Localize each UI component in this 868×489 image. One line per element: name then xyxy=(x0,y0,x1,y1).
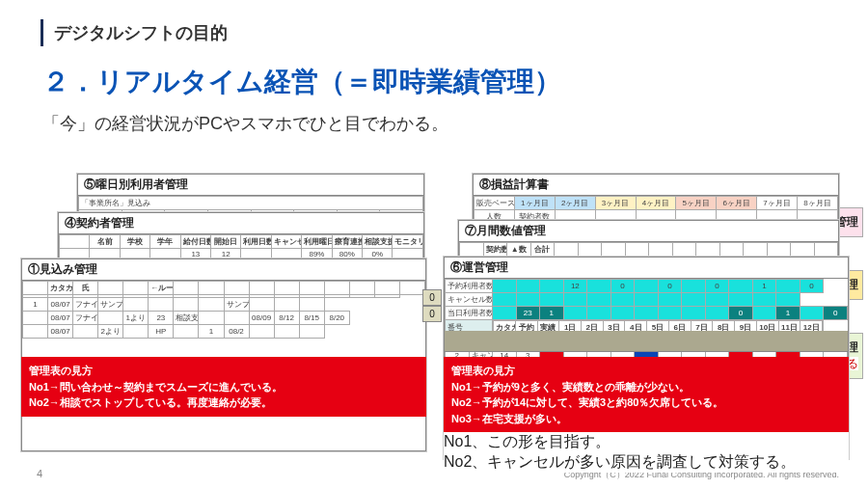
subtitle: 「今」の経営状況がPCやスマホでひと目でわかる。 xyxy=(42,112,448,135)
panel-1-title: ①見込み管理 xyxy=(22,259,425,281)
panel-5-title: ⑤曜日別利用者管理 xyxy=(78,175,423,196)
section-title: デジタルシフトの目的 xyxy=(54,21,228,44)
panel-8-title: ⑧損益計算書 xyxy=(474,175,838,196)
panel-8-soneki: ⑧損益計算書 販売ベース1ヶ月目2ヶ月目3ヶ月目4ヶ月目5ヶ月目6ヶ月目7ヶ月目… xyxy=(473,174,839,222)
red-note-right: 管理表の見方 No1→予約が9と多く、実績数との乖離が少ない。 No2→予約が1… xyxy=(444,357,849,432)
page-number: 4 xyxy=(37,468,42,479)
p4-table: 名前学校学年給付日数※開始日利用日数(予定)キャンセル率利用曜日療育連携医師所相… xyxy=(59,234,423,260)
p1-table: カタカナ氏←ルート：GHP、リアル、紹介他後、 108/07フナイタロウサンプ小… xyxy=(22,281,425,339)
zero-indicator: 00 xyxy=(422,289,442,322)
red-note-right-wrap: 管理表の見方 No1→予約が9と多く、実績数との乖離が少ない。 No2→予約が1… xyxy=(444,357,849,473)
panel-1-mikomi: ①見込み管理 カタカナ氏←ルート：GHP、リアル、紹介他後、 108/07フナイ… xyxy=(21,258,426,451)
section-bar xyxy=(41,19,43,46)
panel-6-title: ⑥運営管理 xyxy=(445,258,848,279)
red-note-left: 管理表の見方 No1→問い合わせ～契約までスムーズに進んでいる。 No2→相談で… xyxy=(21,357,426,417)
p6-notes: No1、この形を目指す。 No2、キャンセルが多い原因を調査して対策する。 xyxy=(444,432,849,473)
panel-4-title: ④契約者管理 xyxy=(59,213,423,234)
p6-pad xyxy=(444,331,849,352)
panel-7-title: ⑦月間数値管理 xyxy=(459,221,838,242)
main-title: ２．リアルタイム経営（＝即時業績管理） xyxy=(42,64,561,100)
